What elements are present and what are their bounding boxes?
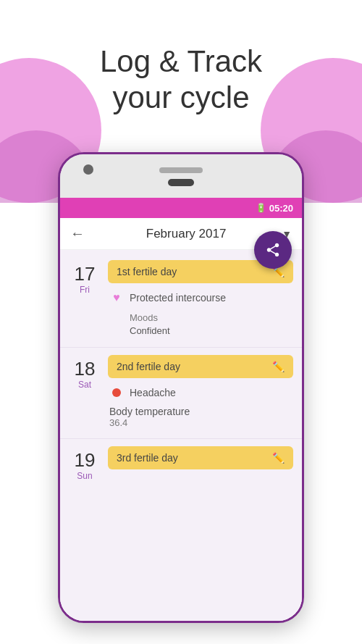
moods-section: Moods Confident — [108, 308, 293, 340]
day-row-19: 19 Sun 3rd fertile day ✏️ — [60, 442, 302, 485]
headache-label: Headache — [130, 387, 176, 398]
day-19-name: Sun — [69, 471, 101, 481]
battery-icon: 🔋 — [256, 203, 266, 213]
day-row-17: 17 Fri 1st fertile day ✏️ ♥ Protected in… — [60, 256, 302, 344]
fertile-label-18: 2nd fertile day — [117, 361, 180, 372]
fertile-label-19: 3rd fertile day — [117, 452, 178, 464]
temp-value: 36.4 — [109, 417, 293, 428]
day-18-number: 18 — [69, 359, 101, 378]
day-17-col: 17 Fri — [69, 260, 101, 295]
day-19-col: 19 Sun — [69, 446, 101, 481]
share-icon — [265, 242, 281, 258]
day-17-number: 17 — [69, 264, 101, 283]
day-19-number: 19 — [69, 451, 101, 469]
log-intercourse: ♥ Protected intercourse — [109, 288, 293, 308]
day-row-18: 18 Sat 2nd fertile day ✏️ Headache — [60, 351, 302, 435]
edit-icon-19[interactable]: ✏️ — [272, 452, 285, 464]
fertile-pill-18[interactable]: 2nd fertile day ✏️ — [108, 355, 293, 378]
back-button[interactable]: ← — [70, 225, 85, 242]
intercourse-label: Protected intercourse — [130, 292, 226, 304]
temp-label: Body temperature — [109, 406, 293, 417]
edit-icon-18[interactable]: ✏️ — [272, 361, 285, 372]
fertile-label-17: 1st fertile day — [117, 266, 177, 277]
status-bar: 🔋 05:20 — [60, 198, 302, 218]
share-fab-button[interactable] — [254, 231, 292, 269]
phone-mockup: 🔋 05:20 ← February 2017 ▼ 17 Fri — [58, 152, 304, 623]
title-area: Log & Track your cycle — [0, 0, 362, 131]
scroll-content: 17 Fri 1st fertile day ✏️ ♥ Protected in… — [60, 250, 302, 621]
day-17-name: Fri — [69, 285, 101, 295]
day-18-col: 18 Sat — [69, 355, 101, 390]
status-time: 05:20 — [269, 203, 293, 214]
day-19-content: 3rd fertile day ✏️ — [108, 446, 293, 474]
phone-sensor — [168, 179, 194, 186]
phone-speaker — [159, 167, 203, 173]
day-18-name: Sat — [69, 380, 101, 390]
headache-dot-icon — [109, 385, 124, 400]
phone-top — [60, 154, 302, 198]
divider-18-19 — [60, 438, 302, 439]
heart-icon: ♥ — [109, 290, 124, 305]
red-dot — [112, 388, 121, 397]
app-content: ← February 2017 ▼ 17 Fri 1st fertile day — [60, 218, 302, 621]
log-headache: Headache — [109, 382, 293, 403]
day-17-content: 1st fertile day ✏️ ♥ Protected intercour… — [108, 260, 293, 340]
moods-value: Confident — [130, 325, 170, 336]
phone-camera — [83, 164, 93, 175]
day-18-content: 2nd fertile day ✏️ Headache Body tempera… — [108, 355, 293, 431]
moods-label: Moods — [130, 312, 158, 323]
fertile-pill-19[interactable]: 3rd fertile day ✏️ — [108, 446, 293, 469]
divider-17-18 — [60, 347, 302, 348]
main-title: Log & Track your cycle — [0, 43, 362, 117]
temp-section: Body temperature 36.4 — [108, 403, 293, 431]
month-year-label: February 2017 — [93, 227, 279, 241]
